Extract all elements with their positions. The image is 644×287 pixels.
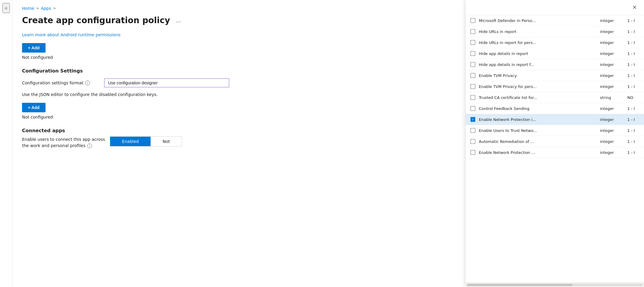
- connected-apps-info-icon[interactable]: i: [87, 144, 92, 148]
- row-name: Control Feedback Sending: [479, 106, 596, 111]
- row-checkbox[interactable]: [471, 51, 475, 56]
- row-value: 1 - I: [627, 117, 639, 122]
- table-row[interactable]: Hide URLs in reportinteger1 - I: [466, 26, 644, 37]
- configuration-settings-section: Configuration Settings Configuration set…: [22, 68, 456, 97]
- sidebar-collapsed: «: [0, 0, 12, 287]
- row-type: integer: [600, 18, 624, 23]
- row-name: Microsoft Defender in Perso...: [479, 18, 596, 23]
- scrollbar-thumb: [467, 284, 573, 286]
- connected-apps-title: Connected apps: [22, 128, 456, 133]
- row-value: 1 - I: [627, 106, 639, 111]
- table-row[interactable]: Microsoft Defender in Perso...integer1 -…: [466, 15, 644, 26]
- row-name: Enable TVM Privacy: [479, 73, 596, 78]
- row-checkbox[interactable]: [471, 18, 475, 23]
- connected-apps-section: Connected apps Enable users to connect t…: [22, 128, 456, 149]
- row-value: 1 - I: [627, 128, 639, 133]
- table-row[interactable]: Enable TVM Privacyinteger1 - I: [466, 70, 644, 81]
- page-title-row: Create app configuration policy ...: [22, 15, 456, 25]
- row-type: integer: [600, 62, 624, 67]
- row-checkbox[interactable]: [471, 150, 475, 155]
- config-format-row: Configuration settings format i: [22, 78, 456, 87]
- configuration-settings-title: Configuration Settings: [22, 68, 456, 74]
- row-type: integer: [600, 40, 624, 45]
- panel-header: ✕: [466, 0, 644, 15]
- row-value: 1 - I: [627, 150, 639, 155]
- scrollbar-track: [467, 284, 643, 286]
- row-checkbox[interactable]: [471, 139, 475, 144]
- breadcrumb-separator-2: >: [53, 6, 56, 10]
- row-type: integer: [600, 117, 624, 122]
- main-content: Home > Apps > Create app configuration p…: [12, 0, 465, 287]
- row-name: Hide app details in report f...: [479, 62, 596, 67]
- connected-apps-row: Enable users to connect this app across …: [22, 136, 456, 149]
- row-checkbox[interactable]: [471, 62, 475, 67]
- table-row[interactable]: Enable Network Protection ...integer1 - …: [466, 147, 644, 158]
- row-name: Hide URLs in report for pers...: [479, 40, 596, 45]
- add-button-2[interactable]: + Add: [22, 103, 46, 112]
- row-type: integer: [600, 84, 624, 89]
- row-value: 1 - I: [627, 18, 639, 23]
- row-value: 1 - I: [627, 73, 639, 78]
- row-checkbox[interactable]: [471, 128, 475, 133]
- more-options-button[interactable]: ...: [174, 16, 184, 25]
- row-name: Enable Users to Trust Netwo...: [479, 128, 596, 133]
- not-configured-label-2: Not configured: [22, 115, 456, 119]
- panel-horizontal-scrollbar[interactable]: [466, 282, 644, 287]
- table-row[interactable]: Enable Users to Trust Netwo...integer1 -…: [466, 125, 644, 136]
- table-row[interactable]: Automatic Remediation of ...integer1 - I: [466, 136, 644, 147]
- table-row[interactable]: ✓Enable Network Protection i...integer1 …: [466, 114, 644, 125]
- breadcrumb-apps[interactable]: Apps: [41, 6, 51, 11]
- right-panel: ✕ Microsoft Defender in Perso...integer1…: [465, 0, 644, 287]
- row-type: integer: [600, 73, 624, 78]
- row-name: Hide URLs in report: [479, 29, 596, 34]
- config-format-input[interactable]: [104, 78, 229, 87]
- row-checkbox[interactable]: [471, 84, 475, 89]
- row-value: 1 - I: [627, 29, 639, 34]
- row-name: Trusted CA certificate list for...: [479, 95, 596, 100]
- row-name: Enable Network Protection i...: [479, 117, 596, 122]
- config-format-info-icon[interactable]: i: [85, 81, 90, 85]
- row-name: Automatic Remediation of ...: [479, 139, 596, 144]
- page-title: Create app configuration policy: [22, 15, 170, 25]
- json-info-text: Use the JSON editor to configure the dis…: [22, 92, 456, 97]
- row-type: integer: [600, 139, 624, 144]
- row-value: 1 - I: [627, 139, 639, 144]
- breadcrumb-separator-1: >: [36, 6, 39, 10]
- toggle-not-option[interactable]: Not: [151, 137, 182, 146]
- toggle-enabled-option[interactable]: Enabled: [110, 137, 151, 146]
- breadcrumb-home[interactable]: Home: [22, 6, 34, 11]
- row-value: 1 - I: [627, 40, 639, 45]
- table-row[interactable]: Hide app details in reportinteger1 - I: [466, 48, 644, 59]
- table-row[interactable]: Control Feedback Sendinginteger1 - I: [466, 103, 644, 114]
- row-value: NO: [627, 95, 639, 100]
- row-type: integer: [600, 128, 624, 133]
- row-checkbox[interactable]: [471, 106, 475, 111]
- row-type: string: [600, 95, 624, 100]
- config-format-label: Configuration settings format i: [22, 81, 99, 85]
- panel-close-button[interactable]: ✕: [630, 3, 639, 12]
- not-configured-label-1: Not configured: [22, 55, 456, 60]
- sidebar-toggle-button[interactable]: «: [2, 3, 10, 13]
- table-row[interactable]: Hide URLs in report for pers...integer1 …: [466, 37, 644, 48]
- row-name: Enable Network Protection ...: [479, 150, 596, 155]
- row-name: Hide app details in report: [479, 51, 596, 56]
- row-type: integer: [600, 51, 624, 56]
- row-type: integer: [600, 29, 624, 34]
- row-checkbox[interactable]: ✓: [471, 117, 475, 122]
- row-checkbox[interactable]: [471, 40, 475, 45]
- table-row[interactable]: Hide app details in report f...integer1 …: [466, 59, 644, 70]
- table-row[interactable]: Trusted CA certificate list for...string…: [466, 92, 644, 103]
- row-name: Enable TVM Privacy for pers...: [479, 84, 596, 89]
- row-checkbox[interactable]: [471, 73, 475, 78]
- runtime-permissions-link[interactable]: Learn more about Android runtime permiss…: [22, 32, 456, 37]
- table-row[interactable]: Enable TVM Privacy for pers...integer1 -…: [466, 81, 644, 92]
- connected-apps-label: Enable users to connect this app across …: [22, 136, 105, 149]
- breadcrumb: Home > Apps >: [22, 6, 456, 11]
- row-checkbox[interactable]: [471, 95, 475, 100]
- row-value: 1 - I: [627, 62, 639, 67]
- row-checkbox[interactable]: [471, 29, 475, 34]
- panel-table: Microsoft Defender in Perso...integer1 -…: [466, 15, 644, 282]
- row-value: 1 - I: [627, 51, 639, 56]
- connected-apps-toggle[interactable]: Enabled Not: [110, 136, 182, 146]
- add-button-1[interactable]: + Add: [22, 43, 46, 53]
